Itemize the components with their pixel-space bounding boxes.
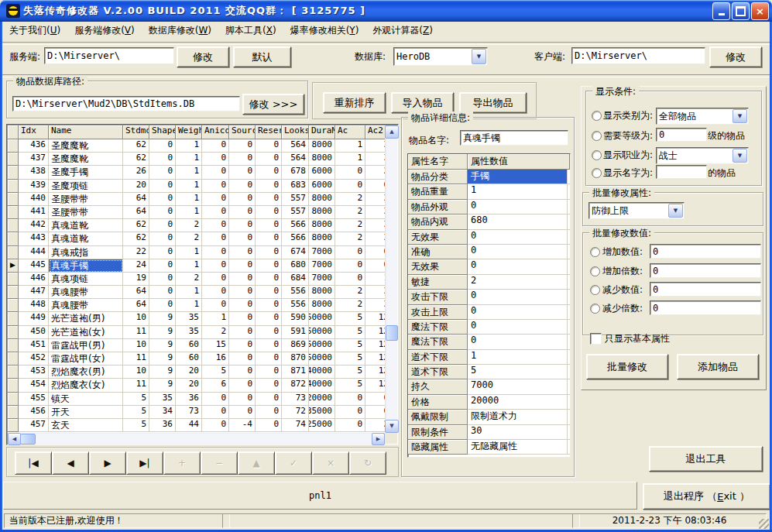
filter-level-radio[interactable] (592, 131, 602, 141)
grid-cell[interactable]: 62 (123, 219, 149, 232)
property-row[interactable]: 攻击上限0 (408, 305, 570, 320)
subtract-value-input[interactable] (650, 282, 761, 297)
grid-cell[interactable]: 7000 (309, 246, 335, 259)
grid-cell[interactable]: 444 (19, 246, 49, 259)
grid-cell[interactable]: 11 (123, 326, 149, 339)
grid-cell[interactable]: 50000 (309, 339, 335, 352)
grid-cell[interactable]: 40000 (309, 379, 335, 392)
grid-cell[interactable]: 0 (335, 393, 365, 406)
database-select[interactable]: HeroDB ▼ (393, 47, 488, 66)
nav-prior-button[interactable]: ◀ (52, 451, 89, 475)
grid-cell[interactable]: 1 (365, 273, 385, 286)
add-multiple-input[interactable] (650, 263, 761, 278)
table-row[interactable]: 442真魂道靴62020005668000230 (8, 219, 385, 232)
grid-cell[interactable]: 436 (19, 139, 49, 153)
grid-cell[interactable]: 1 (176, 139, 202, 153)
resort-button[interactable]: 重新排序 (323, 92, 386, 113)
table-row[interactable]: 440圣腰带带64010005578000231 (8, 193, 385, 206)
add-item-button[interactable]: 添加物品 (677, 354, 759, 379)
grid-cell[interactable]: 556 (282, 299, 309, 312)
grid-cell[interactable]: 0 (256, 219, 282, 232)
grid-cell[interactable]: 0 (335, 259, 365, 273)
property-row[interactable]: 魔法下限0 (408, 320, 570, 335)
table-row[interactable]: 457玄天536440-407425000020 (8, 419, 385, 432)
property-row[interactable]: 物品重量1 (408, 184, 570, 199)
grid-cell[interactable]: 20 (176, 366, 202, 379)
grid-cell[interactable]: 0 (229, 206, 256, 219)
property-name-cell[interactable]: 攻击上限 (408, 305, 468, 320)
grid-cell[interactable]: 446 (19, 273, 49, 286)
grid-cell[interactable]: 圣魔魔靴 (49, 153, 123, 166)
filter-category-select[interactable]: 全部物品 ▼ (656, 108, 749, 125)
grid-cell[interactable]: 0 (229, 153, 256, 166)
grid-cell[interactable]: 8000 (309, 299, 335, 312)
grid-cell[interactable]: 1 (176, 193, 202, 206)
grid-cell[interactable]: 451 (19, 339, 49, 352)
scroll-down-icon[interactable]: ▼ (385, 420, 399, 433)
grid-cell[interactable]: 557 (282, 206, 309, 219)
grid-cell[interactable]: 0 (149, 139, 176, 153)
grid-cell[interactable]: 9 (149, 326, 176, 339)
grid-cell[interactable]: 8000 (309, 193, 335, 206)
property-value-cell[interactable]: 0 (468, 290, 568, 304)
grid-cell[interactable]: 圣魔手镯 (49, 166, 123, 179)
property-name-cell[interactable]: 道术下限 (408, 350, 468, 365)
grid-cell[interactable]: 0 (229, 366, 256, 379)
grid-cell[interactable]: 0 (202, 193, 229, 206)
property-row[interactable]: 无效果0 (408, 230, 570, 245)
export-items-button[interactable]: 导出物品 (459, 92, 527, 113)
property-value-cell[interactable]: 0 (468, 200, 568, 215)
grid-cell[interactable]: 73 (282, 393, 309, 406)
server-modify-button[interactable]: 修改 (177, 46, 229, 67)
grid-cell[interactable]: 圣魔项链 (49, 180, 123, 193)
grid-cell[interactable]: 0 (202, 393, 229, 406)
grid-cell[interactable]: 3 (365, 153, 385, 166)
property-name-cell[interactable]: 佩戴限制 (408, 410, 468, 424)
grid-cell[interactable]: 0 (256, 312, 282, 325)
grid-cell[interactable]: 0 (335, 180, 365, 193)
grid-cell[interactable]: 0 (229, 379, 256, 392)
grid-cell[interactable]: 62 (123, 139, 149, 153)
chevron-down-icon[interactable]: ▼ (472, 49, 486, 64)
grid-cell[interactable]: 684 (282, 273, 309, 286)
grid-cell[interactable]: 566 (282, 232, 309, 245)
grid-cell[interactable]: 3 (365, 206, 385, 219)
property-value-cell[interactable]: 5 (468, 365, 568, 379)
grid-cell[interactable]: 19 (123, 273, 149, 286)
grid-cell[interactable]: 0 (229, 246, 256, 259)
grid-cell[interactable]: 真魂腰带 (49, 286, 123, 299)
grid-cell[interactable]: 0 (202, 180, 229, 193)
property-value-cell[interactable]: 30 (468, 425, 568, 440)
grid-cell[interactable]: 1 (176, 286, 202, 299)
grid-cell[interactable]: 11 (123, 352, 149, 366)
grid-cell[interactable]: 26 (123, 166, 149, 179)
grid-cell[interactable]: 872 (282, 379, 309, 392)
grid-cell[interactable]: 0 (256, 352, 282, 366)
property-name-cell[interactable]: 持久 (408, 379, 468, 394)
grid-cell[interactable]: 0 (256, 419, 282, 432)
property-row[interactable]: 攻击下限0 (408, 290, 570, 304)
grid-cell[interactable]: 10 (123, 366, 149, 379)
grid-cell[interactable]: 0 (229, 326, 256, 339)
grid-cell[interactable]: 20000 (309, 393, 335, 406)
subtract-multiple-radio[interactable] (590, 304, 600, 314)
property-name-cell[interactable]: 敏捷 (408, 275, 468, 290)
grid-cell[interactable]: 0 (202, 286, 229, 299)
grid-cell[interactable]: 2 (335, 286, 365, 299)
grid-cell[interactable]: 869 (282, 339, 309, 352)
grid-cell[interactable]: 1 (335, 153, 365, 166)
grid-cell[interactable]: 开天 (49, 406, 123, 419)
grid-cell[interactable]: 64 (123, 206, 149, 219)
property-row[interactable]: 隐藏属性无隐藏属性 (408, 440, 570, 455)
grid-cell[interactable]: 5 (123, 406, 149, 419)
grid-cell[interactable]: 62 (123, 153, 149, 166)
property-name-cell[interactable]: 限制条件 (408, 425, 468, 440)
property-row[interactable]: 佩戴限制限制道术力 (408, 410, 570, 424)
grid-cell[interactable]: 5 (335, 312, 365, 325)
grid-cell[interactable]: 3 (365, 232, 385, 245)
grid-cell[interactable]: 2 (335, 193, 365, 206)
grid-cell[interactable]: 5 (335, 366, 365, 379)
grid-cell[interactable]: 5 (335, 379, 365, 392)
grid-cell[interactable]: 0 (229, 339, 256, 352)
close-button[interactable]: × (751, 2, 769, 20)
